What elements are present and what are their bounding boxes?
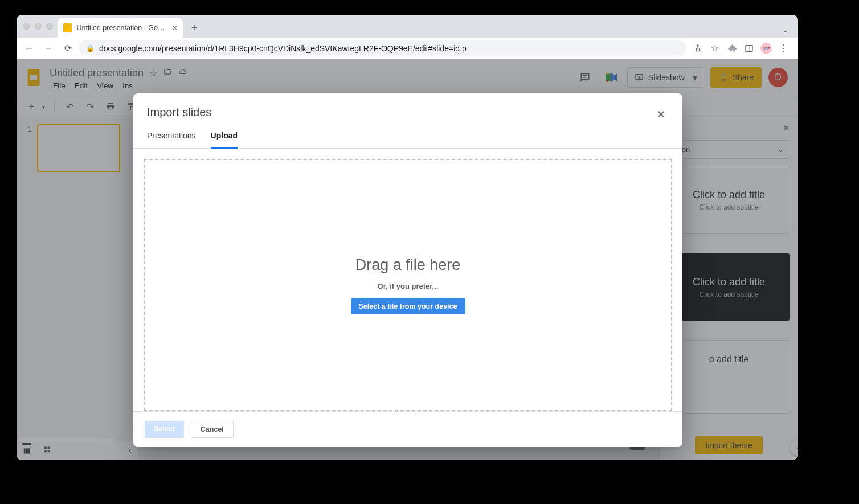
window-close[interactable] [23, 23, 30, 30]
svg-rect-0 [746, 45, 752, 51]
profile-avatar[interactable]: 👓 [758, 40, 774, 56]
nav-back-icon[interactable]: ← [21, 40, 37, 56]
tab-upload[interactable]: Upload [211, 131, 238, 149]
extensions-icon[interactable] [724, 40, 740, 56]
select-file-button[interactable]: Select a file from your device [351, 298, 465, 314]
select-button[interactable]: Select [145, 421, 184, 438]
file-dropzone[interactable]: Drag a file here Or, if you prefer... Se… [144, 159, 672, 411]
modal-tabs: Presentations Upload [133, 123, 682, 149]
share-page-icon[interactable] [690, 40, 706, 56]
browser-toolbar: ← → ⟳ 🔒 docs.google.com/presentation/d/1… [17, 38, 798, 59]
tab-presentations[interactable]: Presentations [147, 131, 196, 148]
browser-tab[interactable]: Untitled presentation - Google × [58, 18, 183, 38]
window-zoom[interactable] [46, 23, 53, 30]
nav-forward-icon[interactable]: → [40, 40, 56, 56]
import-slides-modal: Import slides ✕ Presentations Upload Dra… [133, 93, 682, 447]
slides-favicon [63, 23, 72, 32]
browser-menu-icon[interactable]: ⋮ [775, 40, 791, 56]
sidepanel-icon[interactable] [741, 40, 757, 56]
address-bar[interactable]: 🔒 docs.google.com/presentation/d/1RL3H9c… [79, 40, 686, 57]
url-text: docs.google.com/presentation/d/1RL3H9cp0… [99, 44, 467, 53]
reload-icon[interactable]: ⟳ [60, 40, 76, 56]
tab-strip: Untitled presentation - Google × + ⌄ [17, 15, 798, 38]
dropzone-subtitle: Or, if you prefer... [378, 282, 439, 290]
window-controls [21, 15, 58, 38]
dropzone-title: Drag a file here [355, 256, 461, 274]
cancel-button[interactable]: Cancel [191, 421, 234, 438]
lock-icon: 🔒 [86, 44, 95, 52]
slides-app: Untitled presentation ☆ File Edit View I… [17, 59, 798, 460]
modal-close-icon[interactable]: ✕ [653, 106, 669, 123]
new-tab-button[interactable]: + [186, 20, 202, 36]
bookmark-icon[interactable]: ☆ [707, 40, 723, 56]
window-minimize[interactable] [35, 23, 42, 30]
modal-title: Import slides [147, 106, 211, 119]
tab-title: Untitled presentation - Google [76, 24, 167, 32]
close-tab-icon[interactable]: × [173, 23, 177, 32]
tabs-menu-icon[interactable]: ⌄ [782, 25, 798, 38]
browser-window: Untitled presentation - Google × + ⌄ ← →… [17, 15, 798, 460]
